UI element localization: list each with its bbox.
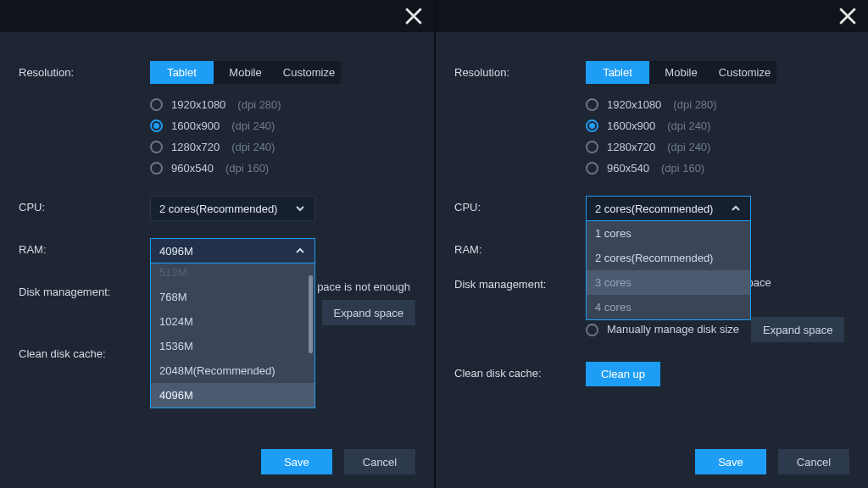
radio-icon [586, 98, 598, 111]
disk-auto-text-fragment: pace is not enough [317, 280, 410, 293]
tab-tablet[interactable]: Tablet [150, 61, 214, 84]
ram-dropdown: 512M 768M 1024M 1536M 2048M(Recommended)… [150, 263, 315, 408]
label-resolution: Resolution: [19, 61, 150, 179]
res-1600x900[interactable]: 1600x900 (dpi 240) [150, 115, 415, 136]
cancel-button[interactable]: Cancel [344, 449, 415, 474]
label-ram: RAM: [19, 238, 150, 263]
res-960x540[interactable]: 960x540 (dpi 160) [150, 158, 415, 179]
tab-mobile[interactable]: Mobile [649, 61, 713, 84]
ram-option-2048m[interactable]: 2048M(Recommended) [151, 358, 314, 383]
label-cpu: CPU: [454, 196, 586, 221]
tab-customize[interactable]: Customize [713, 61, 776, 84]
disk-manual-text[interactable]: Manually manage disk size [607, 322, 739, 337]
expand-space-button[interactable]: Expand space [751, 317, 844, 342]
content: Resolution: Tablet Mobile Customize 1920… [0, 32, 434, 449]
cpu-option-2cores[interactable]: 2 cores(Recommended) [587, 246, 750, 270]
titlebar [0, 0, 434, 32]
radio-icon [586, 162, 598, 175]
res-1920x1080[interactable]: 1920x1080 (dpi 280) [586, 94, 849, 115]
cpu-select[interactable]: 2 cores(Recommended) [586, 196, 751, 221]
settings-panel-right: Resolution: Tablet Mobile Customize 1920… [434, 0, 868, 488]
save-button[interactable]: Save [695, 449, 766, 474]
save-button[interactable]: Save [261, 449, 332, 474]
radio-icon [150, 162, 163, 175]
cpu-option-3cores[interactable]: 3 cores [587, 270, 750, 295]
chevron-up-icon [730, 202, 742, 214]
ram-option-512m[interactable]: 512M [151, 263, 314, 285]
settings-panel-left: Resolution: Tablet Mobile Customize 1920… [0, 0, 434, 488]
cpu-select-value: 2 cores(Recommended) [159, 202, 277, 215]
cpu-select[interactable]: 2 cores(Recommended) [150, 196, 315, 221]
ram-option-1536m[interactable]: 1536M [151, 334, 314, 358]
radio-icon [150, 141, 163, 153]
tab-tablet[interactable]: Tablet [586, 61, 649, 84]
radio-icon [586, 119, 598, 132]
cpu-select-value: 2 cores(Recommended) [595, 202, 713, 215]
cpu-option-1core[interactable]: 1 cores [587, 221, 750, 246]
ram-option-1024m[interactable]: 1024M [151, 309, 314, 334]
cancel-button[interactable]: Cancel [778, 449, 849, 474]
close-icon[interactable] [836, 4, 860, 28]
label-resolution: Resolution: [454, 61, 586, 179]
radio-icon [586, 324, 598, 336]
res-960x540[interactable]: 960x540 (dpi 160) [586, 158, 849, 179]
content: Resolution: Tablet Mobile Customize 1920… [436, 32, 868, 449]
label-clean: Clean disk cache: [454, 362, 586, 386]
ram-select-value: 4096M [159, 245, 193, 258]
resolution-tabs: Tablet Mobile Customize [586, 61, 776, 84]
ram-option-768m[interactable]: 768M [151, 285, 314, 309]
cpu-option-4cores[interactable]: 4 cores [587, 295, 750, 319]
expand-space-button[interactable]: Expand space [322, 300, 415, 325]
radio-icon [150, 98, 163, 111]
radio-icon [586, 141, 598, 153]
footer: Save Cancel [436, 449, 868, 488]
res-1280x720[interactable]: 1280x720 (dpi 240) [586, 136, 849, 158]
resolution-tabs: Tablet Mobile Customize [150, 61, 341, 84]
label-ram: RAM: [454, 238, 586, 256]
ram-option-4096m[interactable]: 4096M [151, 383, 314, 408]
footer: Save Cancel [0, 449, 434, 488]
cleanup-button[interactable]: Clean up [586, 362, 660, 386]
label-cpu: CPU: [19, 196, 150, 221]
chevron-down-icon [294, 202, 306, 214]
res-1600x900[interactable]: 1600x900 (dpi 240) [586, 115, 849, 136]
label-disk: Disk management: [454, 273, 586, 345]
ram-select[interactable]: 4096M [150, 238, 315, 263]
titlebar [436, 0, 868, 32]
tab-customize[interactable]: Customize [277, 61, 341, 84]
chevron-up-icon [294, 245, 306, 257]
label-clean: Clean disk cache: [19, 342, 150, 367]
tab-mobile[interactable]: Mobile [214, 61, 277, 84]
scrollbar-thumb[interactable] [309, 275, 313, 353]
cpu-dropdown: 1 cores 2 cores(Recommended) 3 cores 4 c… [586, 221, 751, 320]
label-disk: Disk management: [19, 280, 150, 325]
close-icon[interactable] [402, 4, 426, 28]
radio-icon [150, 119, 163, 132]
res-1920x1080[interactable]: 1920x1080 (dpi 280) [150, 94, 415, 115]
res-1280x720[interactable]: 1280x720 (dpi 240) [150, 136, 415, 158]
